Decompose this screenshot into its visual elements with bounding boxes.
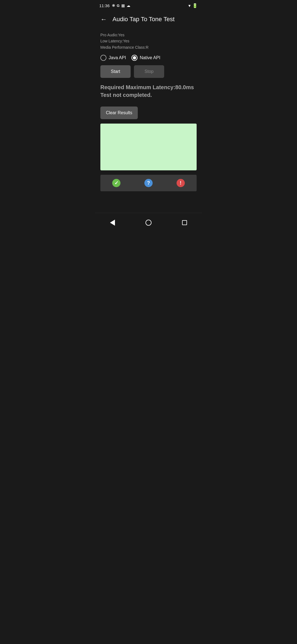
recents-square-icon (182, 220, 187, 225)
java-api-radio[interactable] (100, 55, 106, 61)
clear-results-button[interactable]: Clear Results (100, 107, 138, 119)
visualization-area (100, 124, 197, 170)
control-buttons: Start Stop (100, 65, 197, 78)
content-area: Pro Audio:Yes Low Latency:Yes Media Perf… (95, 28, 202, 204)
home-circle-icon (145, 220, 152, 226)
low-latency-label: Low Latency:Yes (100, 38, 197, 44)
media-performance-label: Media Performance Class:R (100, 44, 197, 50)
google-icon: G (117, 4, 120, 8)
status-right: ▾ 🔋 (188, 3, 198, 8)
warning-icon: ! (177, 179, 185, 187)
info-button[interactable]: ? (133, 175, 165, 191)
fan-icon: ❋ (112, 3, 115, 8)
stop-button[interactable]: Stop (134, 65, 164, 78)
nav-recents-button[interactable] (180, 218, 189, 227)
toolbar: ← Audio Tap To Tone Test (95, 11, 202, 28)
result-status: Test not completed. (100, 91, 197, 99)
battery-icon: 🔋 (192, 3, 198, 8)
back-triangle-icon (110, 220, 115, 226)
java-api-label: Java API (109, 55, 126, 60)
back-button[interactable]: ← (99, 14, 108, 24)
start-button[interactable]: Start (100, 65, 131, 78)
java-api-option[interactable]: Java API (100, 55, 126, 61)
native-api-label: Native API (140, 55, 160, 60)
status-left: 11:36 ❋ G ▦ ☁ (99, 3, 130, 8)
result-latency: Required Maximum Latency:80.0ms (100, 83, 197, 91)
nav-back-button[interactable] (108, 217, 117, 228)
api-radio-group: Java API Native API (100, 55, 197, 61)
pass-button[interactable]: ✓ (100, 175, 133, 191)
result-section: Required Maximum Latency:80.0ms Test not… (100, 83, 197, 99)
calendar-icon: ▦ (121, 3, 125, 8)
native-api-radio[interactable] (131, 55, 138, 61)
fail-button[interactable]: ! (164, 175, 197, 191)
page-title: Audio Tap To Tone Test (112, 16, 175, 23)
info-section: Pro Audio:Yes Low Latency:Yes Media Perf… (100, 32, 197, 50)
cloud-icon: ☁ (127, 3, 130, 8)
pro-audio-label: Pro Audio:Yes (100, 32, 197, 38)
native-api-option[interactable]: Native API (131, 55, 160, 61)
status-time: 11:36 (99, 3, 110, 8)
status-bar: 11:36 ❋ G ▦ ☁ ▾ 🔋 (95, 0, 202, 11)
wifi-icon: ▾ (188, 3, 191, 8)
pass-icon: ✓ (112, 179, 120, 187)
native-api-radio-inner (133, 56, 136, 59)
nav-home-button[interactable] (143, 217, 154, 228)
status-icons: ❋ G ▦ ☁ (112, 3, 130, 8)
action-buttons-row: ✓ ? ! (100, 175, 197, 191)
navigation-bar (95, 213, 202, 232)
question-icon: ? (144, 179, 153, 187)
